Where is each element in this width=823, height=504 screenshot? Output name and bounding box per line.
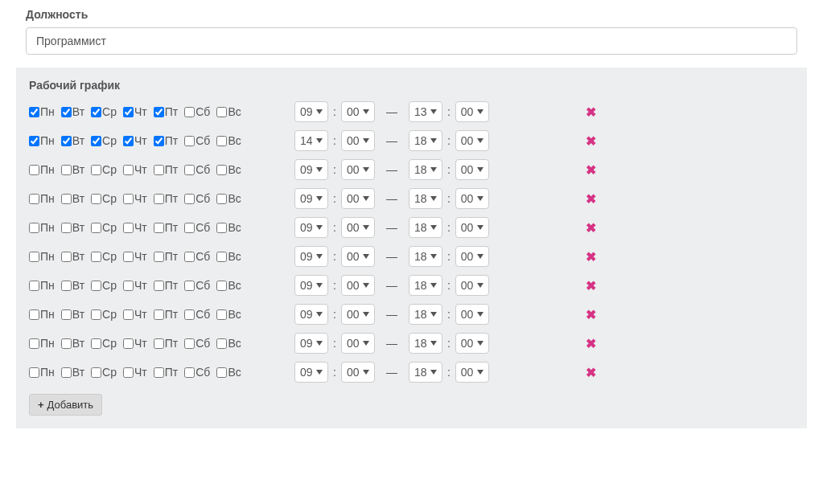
day-label[interactable]: Вт [72,366,84,379]
day-label[interactable]: Вс [228,105,241,118]
day-checkbox[interactable] [91,165,101,175]
day-label[interactable]: Сб [195,250,210,263]
day-checkbox[interactable] [154,281,164,291]
day-checkbox[interactable] [29,281,39,291]
day-label[interactable]: Вс [228,250,241,263]
day-label[interactable]: Пн [40,221,55,234]
day-checkbox[interactable] [184,136,195,146]
day-label[interactable]: Пн [40,366,55,379]
delete-row-button[interactable]: ✖ [586,133,596,149]
day-label[interactable]: Вт [72,134,84,147]
day-checkbox[interactable] [216,367,227,378]
delete-row-button[interactable]: ✖ [586,162,596,178]
day-checkbox[interactable] [123,223,134,233]
day-checkbox[interactable] [91,281,101,291]
day-label[interactable]: Чт [134,279,147,292]
day-label[interactable]: Сб [195,221,210,234]
start-minute-select[interactable]: 00 [341,333,375,354]
day-label[interactable]: Вт [72,308,84,321]
day-label[interactable]: Чт [134,134,147,147]
day-label[interactable]: Пт [165,134,178,147]
day-checkbox[interactable] [123,338,134,349]
day-label[interactable]: Ср [102,221,117,234]
day-checkbox[interactable] [216,165,227,175]
day-checkbox[interactable] [61,107,72,117]
day-label[interactable]: Сб [195,279,210,292]
start-minute-select[interactable]: 00 [341,362,375,383]
day-checkbox[interactable] [91,367,101,378]
day-label[interactable]: Пн [40,308,55,321]
day-checkbox[interactable] [123,367,134,378]
day-label[interactable]: Пт [165,366,178,379]
end-hour-select[interactable]: 13 [409,101,442,122]
day-label[interactable]: Чт [134,250,147,263]
day-label[interactable]: Пн [40,134,55,147]
start-minute-select[interactable]: 00 [341,304,375,325]
delete-row-button[interactable]: ✖ [586,278,596,293]
end-hour-select[interactable]: 18 [409,304,442,325]
day-label[interactable]: Ср [102,134,117,147]
day-checkbox[interactable] [184,252,195,262]
day-checkbox[interactable] [154,309,164,320]
start-minute-select[interactable]: 00 [341,130,375,151]
start-hour-select[interactable]: 09 [294,246,328,267]
day-label[interactable]: Ср [102,192,117,205]
start-hour-select[interactable]: 09 [294,362,328,383]
day-label[interactable]: Сб [195,105,210,118]
day-checkbox[interactable] [184,165,195,175]
day-label[interactable]: Вт [72,192,84,205]
day-checkbox[interactable] [123,165,134,175]
day-label[interactable]: Вс [228,221,241,234]
day-checkbox[interactable] [91,252,101,262]
position-input[interactable] [26,27,797,55]
day-checkbox[interactable] [61,309,72,320]
end-minute-select[interactable]: 00 [455,333,489,354]
start-hour-select[interactable]: 09 [294,304,328,325]
day-checkbox[interactable] [154,252,164,262]
day-label[interactable]: Чт [134,308,147,321]
day-label[interactable]: Вт [72,163,84,176]
end-hour-select[interactable]: 18 [409,159,442,180]
day-checkbox[interactable] [29,136,39,146]
day-label[interactable]: Пт [165,250,178,263]
day-label[interactable]: Ср [102,250,117,263]
end-minute-select[interactable]: 00 [455,101,489,122]
start-minute-select[interactable]: 00 [341,188,375,209]
day-checkbox[interactable] [154,165,164,175]
day-label[interactable]: Чт [134,366,147,379]
day-label[interactable]: Чт [134,337,147,350]
end-minute-select[interactable]: 00 [455,217,489,238]
end-hour-select[interactable]: 18 [409,275,442,296]
day-checkbox[interactable] [61,194,72,204]
day-checkbox[interactable] [61,367,72,378]
day-label[interactable]: Пт [165,105,178,118]
day-label[interactable]: Вс [228,337,241,350]
day-label[interactable]: Ср [102,337,117,350]
day-label[interactable]: Вт [72,279,84,292]
day-label[interactable]: Чт [134,192,147,205]
day-checkbox[interactable] [29,367,39,378]
day-label[interactable]: Пт [165,221,178,234]
day-label[interactable]: Вс [228,366,241,379]
day-label[interactable]: Ср [102,163,117,176]
day-label[interactable]: Сб [195,337,210,350]
day-label[interactable]: Пт [165,308,178,321]
day-checkbox[interactable] [216,338,227,349]
day-checkbox[interactable] [184,338,195,349]
day-label[interactable]: Пн [40,337,55,350]
delete-row-button[interactable]: ✖ [586,365,596,380]
day-label[interactable]: Ср [102,308,117,321]
day-label[interactable]: Сб [195,134,210,147]
day-checkbox[interactable] [154,136,164,146]
day-label[interactable]: Вс [228,134,241,147]
start-hour-select[interactable]: 09 [294,217,328,238]
day-checkbox[interactable] [216,136,227,146]
day-label[interactable]: Ср [102,279,117,292]
day-checkbox[interactable] [61,223,72,233]
day-checkbox[interactable] [91,338,101,349]
end-minute-select[interactable]: 00 [455,246,489,267]
day-label[interactable]: Чт [134,163,147,176]
day-label[interactable]: Вт [72,221,84,234]
start-hour-select[interactable]: 09 [294,275,328,296]
delete-row-button[interactable]: ✖ [586,220,596,236]
